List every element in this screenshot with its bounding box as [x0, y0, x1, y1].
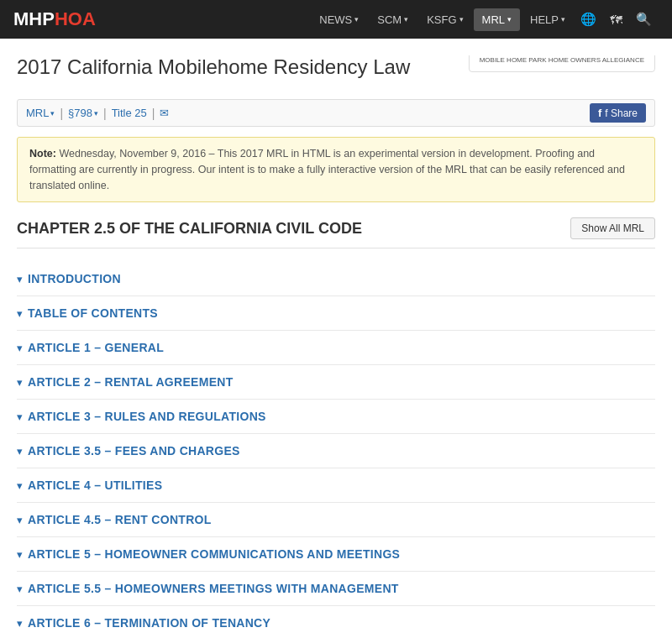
map-icon[interactable]: 🗺	[603, 8, 629, 32]
article-item[interactable]: ▾ TABLE OF CONTENTS	[17, 296, 655, 331]
logo-box-subtitle: MOBILE HOME PARK HOME OWNERS ALLEGIANCE	[480, 56, 644, 65]
arrow-icon: ▾	[17, 548, 23, 561]
note-label: Note:	[29, 148, 56, 160]
article-item[interactable]: ▾ ARTICLE 4 – UTILITIES	[17, 468, 655, 503]
article-item[interactable]: ▾ ARTICLE 1 – GENERAL	[17, 331, 655, 365]
logo-mhp: MHP	[13, 8, 55, 29]
article-item[interactable]: ▾ ARTICLE 5 – HOMEOWNER COMMUNICATIONS A…	[17, 537, 655, 572]
site-logo[interactable]: MHPHOA	[13, 8, 96, 30]
chevron-down-icon: ▾	[94, 109, 98, 118]
breadcrumb-section[interactable]: §798 ▾	[68, 107, 98, 119]
arrow-icon: ▾	[17, 411, 23, 423]
article-link[interactable]: ARTICLE 3.5 – FEES AND CHARGES	[28, 444, 240, 458]
nav-menu: NEWS ▾ SCM ▾ KSFG ▾ MRL ▾ HELP ▾	[311, 8, 574, 31]
nav-item-ksfg[interactable]: KSFG ▾	[418, 8, 471, 31]
breadcrumb-sep-2: |	[103, 107, 107, 120]
fb-share-label: f Share	[605, 107, 638, 119]
article-link[interactable]: ARTICLE 6 – TERMINATION OF TENANCY	[28, 616, 270, 630]
show-all-mrl-button[interactable]: Show All MRL	[570, 217, 655, 239]
arrow-icon: ▾	[17, 445, 23, 458]
breadcrumb-title[interactable]: Title 25	[112, 107, 147, 119]
article-item[interactable]: ▾ ARTICLE 3.5 – FEES AND CHARGES	[17, 434, 655, 468]
page-container: MHPHOA MOBILE HOME PARK HOME OWNERS ALLE…	[0, 39, 672, 638]
facebook-icon: f	[598, 107, 601, 119]
facebook-share-button[interactable]: f f Share	[590, 103, 646, 123]
chapter-header: CHAPTER 2.5 OF THE CALIFORNIA CIVIL CODE…	[17, 217, 655, 248]
breadcrumb: MRL ▾ | §798 ▾ | Title 25 | ✉ f f Share	[17, 99, 655, 127]
article-link[interactable]: ARTICLE 4 – UTILITIES	[28, 478, 162, 492]
arrow-icon: ▾	[17, 307, 23, 320]
article-list: ▾ INTRODUCTION ▾ TABLE OF CONTENTS ▾ ART…	[17, 262, 655, 638]
chapter-title: CHAPTER 2.5 OF THE CALIFORNIA CIVIL CODE	[17, 220, 362, 238]
breadcrumb-sep-3: |	[152, 107, 155, 120]
arrow-icon: ▾	[17, 514, 23, 526]
breadcrumb-mrl[interactable]: MRL ▾	[26, 107, 55, 119]
note-text: Wednesday, November 9, 2016 – This 2017 …	[29, 148, 625, 191]
arrow-icon: ▾	[17, 273, 23, 285]
article-item[interactable]: ▾ ARTICLE 4.5 – RENT CONTROL	[17, 503, 655, 537]
chevron-down-icon: ▾	[354, 15, 359, 24]
nav-item-scm[interactable]: SCM ▾	[369, 8, 417, 31]
chevron-down-icon: ▾	[507, 15, 512, 24]
article-link[interactable]: ARTICLE 5 – HOMEOWNER COMMUNICATIONS AND…	[28, 547, 400, 561]
article-item[interactable]: ▾ ARTICLE 2 – RENTAL AGREEMENT	[17, 365, 655, 400]
note-box: Note: Wednesday, November 9, 2016 – This…	[17, 137, 655, 202]
article-item[interactable]: ▾ ARTICLE 5.5 – HOMEOWNERS MEETINGS WITH…	[17, 572, 655, 606]
chevron-down-icon: ▾	[50, 109, 55, 118]
article-item[interactable]: ▾ ARTICLE 6 – TERMINATION OF TENANCY	[17, 606, 655, 638]
arrow-icon: ▾	[17, 479, 23, 492]
article-link[interactable]: TABLE OF CONTENTS	[28, 306, 158, 320]
arrow-icon: ▾	[17, 583, 23, 595]
chevron-down-icon: ▾	[404, 15, 408, 24]
arrow-icon: ▾	[17, 617, 23, 630]
article-link[interactable]: ARTICLE 2 – RENTAL AGREEMENT	[28, 375, 234, 389]
article-link[interactable]: ARTICLE 1 – GENERAL	[28, 341, 164, 354]
arrow-icon: ▾	[17, 376, 23, 389]
globe-icon[interactable]: 🌐	[574, 7, 603, 32]
breadcrumb-sep-1: |	[60, 107, 63, 120]
article-item[interactable]: ▾ ARTICLE 3 – RULES AND REGULATIONS	[17, 400, 655, 434]
breadcrumb-email-icon[interactable]: ✉	[160, 107, 169, 119]
chevron-down-icon: ▾	[459, 15, 464, 24]
nav-item-news[interactable]: NEWS ▾	[311, 8, 367, 31]
article-link[interactable]: ARTICLE 4.5 – RENT CONTROL	[28, 513, 212, 526]
arrow-icon: ▾	[17, 342, 23, 354]
nav-item-mrl[interactable]: MRL ▾	[474, 8, 520, 31]
chevron-down-icon: ▾	[561, 15, 565, 24]
article-item[interactable]: ▾ INTRODUCTION	[17, 262, 655, 296]
search-icon[interactable]: 🔍	[629, 7, 659, 32]
main-nav: MHPHOA NEWS ▾ SCM ▾ KSFG ▾ MRL ▾	[0, 0, 672, 39]
nav-item-help[interactable]: HELP ▾	[522, 8, 574, 31]
logo-hoa: HOA	[55, 8, 96, 29]
logo-box: MHPHOA MOBILE HOME PARK HOME OWNERS ALLE…	[469, 55, 655, 72]
article-link[interactable]: INTRODUCTION	[28, 272, 121, 285]
article-link[interactable]: ARTICLE 3 – RULES AND REGULATIONS	[28, 410, 266, 423]
article-link[interactable]: ARTICLE 5.5 – HOMEOWNERS MEETINGS WITH M…	[28, 582, 399, 595]
